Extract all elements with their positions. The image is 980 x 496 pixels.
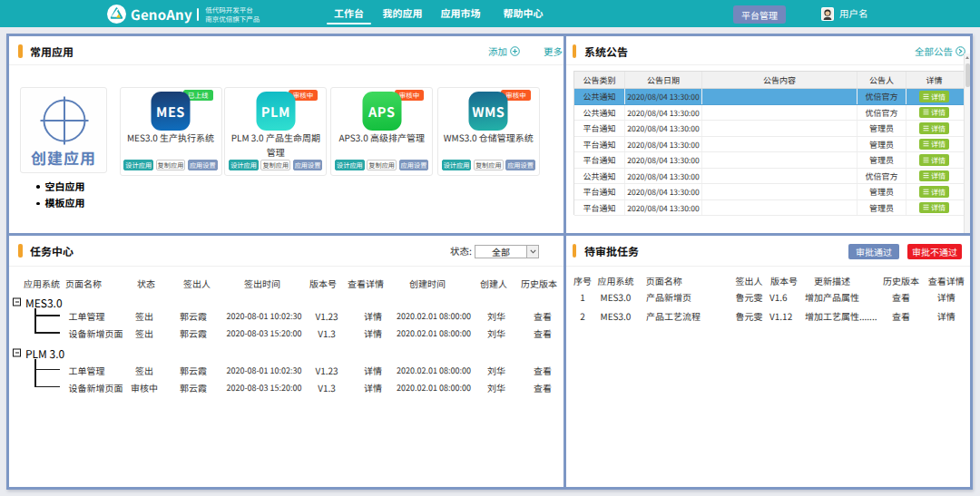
all-announcements-link[interactable]: 全部公告	[915, 36, 965, 65]
copy-app-button[interactable]: 复制应用	[260, 160, 290, 171]
task-history-link[interactable]: 查看	[534, 309, 552, 323]
task-checkout-time: 2020-08-01 10:02:30	[226, 310, 301, 322]
task-detail-link[interactable]: 详情	[364, 363, 382, 376]
approval-page-name: 产品工艺流程	[646, 309, 701, 323]
announcement-detail-button[interactable]: 详情	[919, 202, 949, 214]
copy-app-button[interactable]: 复制应用	[474, 160, 504, 171]
announcement-detail-button[interactable]: 详情	[919, 186, 949, 198]
announcement-row[interactable]: 公共通知2020/08/04 13:30:00优倍官方详情	[574, 169, 966, 185]
announcement-date: 2020/08/04 13:30:00	[624, 137, 701, 152]
announcement-publisher: 管理员	[857, 121, 906, 136]
announcement-row[interactable]: 平台通知2020/08/04 13:30:00管理员详情	[574, 137, 966, 153]
task-detail-link[interactable]: 详情	[364, 326, 382, 340]
tree-collapse-toggle[interactable]	[13, 349, 21, 357]
announcement-row[interactable]: 公共通知2020/08/04 13:30:00优倍官方详情	[574, 105, 966, 122]
status-filter-select[interactable]: 全部	[475, 245, 539, 258]
nav-item-1[interactable]: 工作台	[334, 0, 364, 27]
tree-line	[34, 359, 36, 387]
detail-button-label: 详情	[931, 107, 946, 117]
add-app-link[interactable]: 添加	[488, 36, 520, 65]
task-column-header: 查看详情	[348, 276, 384, 289]
task-detail-link[interactable]: 详情	[364, 309, 382, 323]
task-history-link[interactable]: 查看	[534, 326, 552, 340]
copy-app-button[interactable]: 复制应用	[367, 160, 397, 171]
task-detail-link[interactable]: 详情	[364, 380, 382, 394]
announcement-row[interactable]: 公共通知2020/08/04 13:30:00优倍官方详情	[574, 89, 966, 105]
task-history-link[interactable]: 查看	[534, 363, 552, 376]
announcement-detail-button[interactable]: 详情	[919, 122, 949, 134]
announcement-detail-button[interactable]: 详情	[919, 139, 949, 151]
task-creator: 刘华	[487, 380, 505, 394]
task-history-link[interactable]: 查看	[534, 380, 552, 394]
task-status: 签出	[135, 326, 153, 340]
task-checkout-user: 郭云霞	[180, 326, 207, 340]
task-column-header: 签出人	[183, 276, 211, 289]
column-header: 公告内容	[701, 72, 857, 88]
approval-seq: 2	[580, 309, 585, 323]
create-option-1[interactable]: 空白应用	[36, 179, 85, 193]
approval-column-header: 签出人	[736, 273, 763, 287]
approval-column-header: 历史版本	[883, 273, 919, 287]
reject-button[interactable]: 审批不通过	[907, 244, 962, 259]
task-checkout-user: 郭云霞	[180, 380, 207, 394]
design-app-button[interactable]: 设计应用	[442, 160, 472, 171]
brand-divider	[197, 8, 200, 21]
app-settings-button[interactable]: 应用设置	[505, 160, 535, 171]
scroll-thumb	[965, 63, 970, 87]
announcement-content	[701, 152, 857, 168]
user-avatar[interactable]	[821, 7, 834, 21]
approval-detail-link[interactable]: 详情	[937, 290, 956, 304]
announcements-header: 系统公告 全部公告	[566, 36, 970, 65]
approval-checkout-user: 鲁元雯	[736, 309, 763, 323]
copy-app-button[interactable]: 复制应用	[156, 160, 186, 171]
announcement-category: 公共通知	[574, 105, 624, 121]
announcement-row[interactable]: 平台通知2020/08/04 13:30:00管理员详情	[574, 184, 966, 200]
announcements-scrollbar[interactable]	[964, 53, 970, 233]
list-icon	[923, 189, 929, 195]
announcement-detail-button[interactable]: 详情	[919, 107, 949, 119]
app-card-wms: 审核中WMSWMS3.0 仓储管理系统设计应用复制应用应用设置	[437, 87, 540, 176]
approval-history-link[interactable]: 查看	[892, 309, 910, 323]
approval-history-link[interactable]: 查看	[892, 290, 910, 304]
common-apps-title: 常用应用	[30, 36, 74, 65]
task-column-header: 应用系统	[24, 276, 60, 289]
create-app-card[interactable]: 创建应用	[20, 87, 107, 173]
nav-item-2[interactable]: 我的应用	[382, 0, 423, 27]
announcement-publisher: 管理员	[857, 200, 906, 216]
announcement-detail-button[interactable]: 详情	[919, 154, 949, 166]
task-creator: 刘华	[487, 326, 505, 340]
create-option-2[interactable]: 模板应用	[36, 195, 85, 209]
announcement-detail-cell: 详情	[906, 169, 962, 184]
task-creator: 刘华	[487, 309, 505, 323]
app-settings-button[interactable]: 应用设置	[399, 160, 429, 171]
bullet-icon	[36, 202, 40, 206]
approval-detail-link[interactable]: 详情	[937, 309, 956, 323]
app-settings-button[interactable]: 应用设置	[293, 160, 323, 171]
platform-admin-button[interactable]: 平台管理	[733, 5, 786, 24]
announcement-detail-button[interactable]: 详情	[919, 91, 949, 102]
announcement-row[interactable]: 平台通知2020/08/04 13:30:00管理员详情	[574, 152, 966, 169]
scroll-up-arrow-icon	[965, 56, 969, 59]
nav-item-4[interactable]: 帮助中心	[503, 0, 544, 27]
detail-button-label: 详情	[931, 139, 946, 149]
task-column-header: 历史版本	[521, 276, 557, 289]
list-icon	[923, 204, 929, 210]
design-app-button[interactable]: 设计应用	[335, 160, 365, 171]
approvals-title: 待审批任务	[584, 236, 639, 265]
design-app-button[interactable]: 设计应用	[123, 160, 153, 171]
design-app-button[interactable]: 设计应用	[229, 160, 259, 171]
announcement-publisher: 管理员	[857, 137, 906, 152]
more-apps-link[interactable]: 更多	[544, 36, 563, 65]
username-label[interactable]: 用户名	[839, 0, 868, 27]
announcement-row[interactable]: 平台通知2020/08/04 13:30:00管理员详情	[574, 121, 966, 137]
list-icon	[923, 125, 929, 131]
approve-button[interactable]: 审批通过	[848, 244, 899, 259]
app-settings-button[interactable]: 应用设置	[188, 160, 218, 171]
announcement-category: 平台通知	[574, 184, 624, 199]
nav-item-3[interactable]: 应用市场	[440, 0, 481, 27]
announcement-row[interactable]: 平台通知2020/08/04 13:30:00管理员详情	[574, 200, 966, 217]
tree-collapse-toggle[interactable]	[13, 298, 21, 306]
approval-column-header: 查看详情	[928, 273, 965, 287]
create-option-label: 模板应用	[45, 195, 85, 209]
announcement-detail-button[interactable]: 详情	[919, 170, 949, 182]
